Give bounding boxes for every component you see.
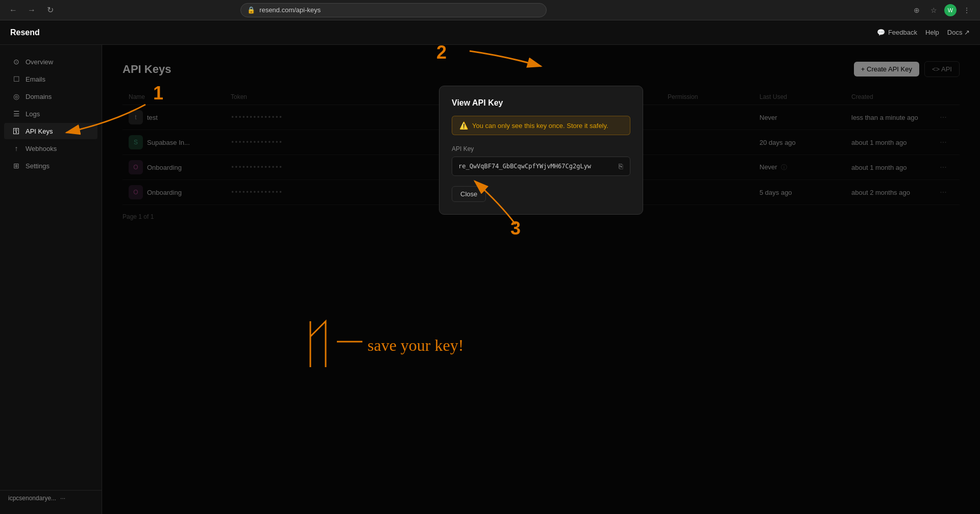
browser-actions: ⊕ ☆ W ⋮ — [910, 3, 974, 17]
sidebar-item-logs[interactable]: ☰ Logs — [4, 106, 97, 122]
logs-icon: ☰ — [12, 110, 20, 118]
help-link[interactable]: Help — [925, 29, 939, 36]
content-area: API Keys + Create API Key <> API Name To… — [102, 45, 980, 514]
refresh-button[interactable]: ↻ — [43, 3, 57, 17]
main-layout: ⊙ Overview ☐ Emails ◎ Domains ☰ Logs ⚿ A… — [0, 45, 980, 514]
emails-icon: ☐ — [12, 75, 20, 83]
topbar-right: 💬 Feedback Help Docs ↗ — [877, 29, 970, 36]
modal-overlay: View API Key ⚠️ You can only see this ke… — [102, 45, 980, 514]
modal-key-input: re_QwVqBF74_GbBCqwCpfYWjvMH67Cg2gLyw ⎘ — [452, 157, 630, 176]
feedback-icon: 💬 — [877, 29, 885, 36]
bookmark-btn[interactable]: ☆ — [927, 3, 941, 17]
sidebar-item-overview[interactable]: ⊙ Overview — [4, 54, 97, 70]
overview-icon: ⊙ — [12, 58, 20, 66]
app: Resend 💬 Feedback Help Docs ↗ ⊙ Overview… — [0, 20, 980, 514]
sidebar-item-settings[interactable]: ⊞ Settings — [4, 158, 97, 174]
docs-link[interactable]: Docs ↗ — [947, 29, 970, 36]
topbar: Resend 💬 Feedback Help Docs ↗ — [0, 20, 980, 45]
feedback-label: Feedback — [888, 29, 917, 36]
settings-icon: ⊞ — [12, 162, 20, 170]
modal-warning-text: You can only see this key once. Store it… — [472, 122, 608, 130]
domains-icon: ◎ — [12, 92, 20, 100]
sidebar-label-webhooks: Webhooks — [26, 145, 57, 152]
app-logo: Resend — [10, 28, 40, 37]
api-keys-icon: ⚿ — [12, 127, 20, 135]
browser-chrome: ← → ↻ 🔒 resend.com/api-keys ⊕ ☆ W ⋮ — [0, 0, 980, 20]
sidebar-item-api-keys[interactable]: ⚿ API Keys — [4, 123, 97, 139]
modal-warning: ⚠️ You can only see this key once. Store… — [452, 116, 630, 135]
sidebar-item-domains[interactable]: ◎ Domains — [4, 88, 97, 105]
sidebar-label-settings: Settings — [26, 162, 50, 170]
sidebar-label-api-keys: API Keys — [26, 127, 53, 135]
sidebar: ⊙ Overview ☐ Emails ◎ Domains ☰ Logs ⚿ A… — [0, 45, 102, 514]
modal-close-button[interactable]: Close — [452, 186, 486, 202]
user-name: icpcsenondarye... — [8, 495, 56, 502]
more-btn[interactable]: ⋮ — [960, 3, 974, 17]
sidebar-label-logs: Logs — [26, 110, 40, 118]
modal-key-value: re_QwVqBF74_GbBCqwCpfYWjvMH67Cg2gLyw — [458, 163, 614, 170]
user-menu[interactable]: icpcsenondarye... ··· — [8, 495, 93, 502]
sidebar-label-emails: Emails — [26, 75, 45, 83]
sidebar-label-overview: Overview — [26, 58, 53, 66]
warning-icon: ⚠️ — [459, 121, 468, 130]
sidebar-item-emails[interactable]: ☐ Emails — [4, 71, 97, 87]
copy-api-key-button[interactable]: ⎘ — [618, 161, 624, 171]
url-text: resend.com/api-keys — [259, 6, 321, 14]
forward-button[interactable]: → — [24, 3, 39, 17]
modal-api-key-label: API Key — [452, 145, 630, 152]
view-api-key-modal: View API Key ⚠️ You can only see this ke… — [439, 86, 643, 215]
webhooks-icon: ↑ — [12, 144, 20, 152]
user-menu-dots: ··· — [60, 495, 65, 502]
sidebar-label-domains: Domains — [26, 93, 52, 100]
feedback-button[interactable]: 💬 Feedback — [877, 29, 917, 36]
sidebar-bottom: icpcsenondarye... ··· — [0, 490, 102, 506]
sidebar-item-webhooks[interactable]: ↑ Webhooks — [4, 140, 97, 157]
back-button[interactable]: ← — [6, 3, 20, 17]
url-bar[interactable]: 🔒 resend.com/api-keys — [240, 3, 547, 17]
profile-btn[interactable]: W — [944, 4, 957, 16]
modal-title: View API Key — [452, 98, 630, 108]
extensions-btn[interactable]: ⊕ — [910, 3, 924, 17]
